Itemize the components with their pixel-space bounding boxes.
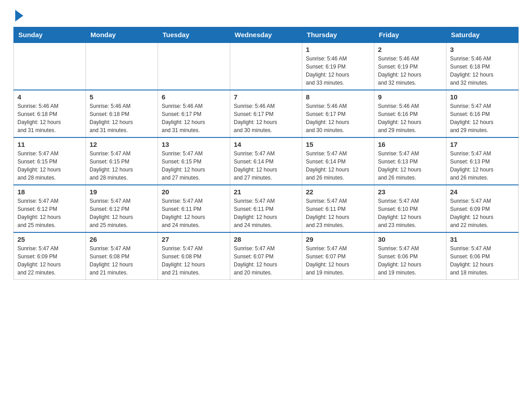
day-number: 14 [234,141,298,148]
day-info: Sunrise: 5:46 AM Sunset: 6:17 PM Dayligh… [162,102,226,134]
day-info: Sunrise: 5:47 AM Sunset: 6:14 PM Dayligh… [234,150,298,182]
day-info: Sunrise: 5:46 AM Sunset: 6:18 PM Dayligh… [90,102,154,134]
day-number: 31 [450,235,515,243]
day-info: Sunrise: 5:47 AM Sunset: 6:16 PM Dayligh… [450,102,515,134]
day-number: 29 [306,235,370,243]
day-number: 15 [306,141,370,148]
calendar-cell: 26Sunrise: 5:47 AM Sunset: 6:08 PM Dayli… [86,232,158,280]
calendar-week-3: 11Sunrise: 5:47 AM Sunset: 6:15 PM Dayli… [14,137,519,185]
calendar-cell: 29Sunrise: 5:47 AM Sunset: 6:07 PM Dayli… [302,232,374,280]
calendar-cell: 6Sunrise: 5:46 AM Sunset: 6:17 PM Daylig… [158,90,230,137]
calendar-cell: 17Sunrise: 5:47 AM Sunset: 6:13 PM Dayli… [446,137,519,185]
day-number: 28 [234,235,298,243]
day-info: Sunrise: 5:47 AM Sunset: 6:11 PM Dayligh… [306,197,370,229]
day-number: 17 [450,141,515,148]
day-number: 21 [234,188,298,196]
weekday-header-wednesday: Wednesday [230,27,302,43]
calendar-cell: 31Sunrise: 5:47 AM Sunset: 6:06 PM Dayli… [446,232,519,280]
day-info: Sunrise: 5:46 AM Sunset: 6:16 PM Dayligh… [378,102,442,134]
calendar-week-1: 1Sunrise: 5:46 AM Sunset: 6:19 PM Daylig… [14,43,519,90]
logo [13,9,24,22]
calendar-cell: 7Sunrise: 5:46 AM Sunset: 6:17 PM Daylig… [230,90,302,137]
day-info: Sunrise: 5:47 AM Sunset: 6:08 PM Dayligh… [90,244,154,277]
calendar-cell: 2Sunrise: 5:46 AM Sunset: 6:19 PM Daylig… [374,43,446,90]
day-number: 20 [162,188,226,196]
day-info: Sunrise: 5:47 AM Sunset: 6:10 PM Dayligh… [378,197,442,229]
svg-marker-0 [15,10,23,21]
calendar-week-2: 4Sunrise: 5:46 AM Sunset: 6:18 PM Daylig… [14,90,519,137]
day-number: 27 [162,235,226,243]
calendar-cell [86,43,158,90]
calendar-table: SundayMondayTuesdayWednesdayThursdayFrid… [13,27,519,280]
page-header [13,9,519,22]
calendar-week-4: 18Sunrise: 5:47 AM Sunset: 6:12 PM Dayli… [14,185,519,232]
day-info: Sunrise: 5:47 AM Sunset: 6:06 PM Dayligh… [450,244,515,277]
day-number: 22 [306,188,370,196]
day-number: 18 [17,188,82,196]
calendar-cell: 14Sunrise: 5:47 AM Sunset: 6:14 PM Dayli… [230,137,302,185]
calendar-cell: 20Sunrise: 5:47 AM Sunset: 6:11 PM Dayli… [158,185,230,232]
day-number: 7 [234,93,298,101]
calendar-cell: 5Sunrise: 5:46 AM Sunset: 6:18 PM Daylig… [86,90,158,137]
logo-arrow-icon [14,9,24,22]
day-number: 11 [17,141,82,148]
day-number: 4 [17,93,82,101]
day-number: 9 [378,93,442,101]
day-info: Sunrise: 5:47 AM Sunset: 6:14 PM Dayligh… [306,150,370,182]
day-number: 26 [90,235,154,243]
day-info: Sunrise: 5:46 AM Sunset: 6:19 PM Dayligh… [378,55,442,87]
calendar-cell: 13Sunrise: 5:47 AM Sunset: 6:15 PM Dayli… [158,137,230,185]
day-info: Sunrise: 5:47 AM Sunset: 6:13 PM Dayligh… [450,150,515,182]
day-info: Sunrise: 5:47 AM Sunset: 6:12 PM Dayligh… [90,197,154,229]
day-number: 1 [306,46,370,53]
weekday-header-sunday: Sunday [14,27,86,43]
day-info: Sunrise: 5:47 AM Sunset: 6:07 PM Dayligh… [234,244,298,277]
day-info: Sunrise: 5:47 AM Sunset: 6:11 PM Dayligh… [234,197,298,229]
day-info: Sunrise: 5:47 AM Sunset: 6:11 PM Dayligh… [162,197,226,229]
weekday-header-monday: Monday [86,27,158,43]
calendar-cell: 18Sunrise: 5:47 AM Sunset: 6:12 PM Dayli… [14,185,86,232]
day-info: Sunrise: 5:46 AM Sunset: 6:17 PM Dayligh… [306,102,370,134]
day-info: Sunrise: 5:46 AM Sunset: 6:19 PM Dayligh… [306,55,370,87]
day-number: 8 [306,93,370,101]
day-info: Sunrise: 5:47 AM Sunset: 6:09 PM Dayligh… [17,244,82,277]
calendar-cell: 4Sunrise: 5:46 AM Sunset: 6:18 PM Daylig… [14,90,86,137]
day-number: 30 [378,235,442,243]
calendar-cell: 30Sunrise: 5:47 AM Sunset: 6:06 PM Dayli… [374,232,446,280]
weekday-header-saturday: Saturday [446,27,519,43]
calendar-cell: 10Sunrise: 5:47 AM Sunset: 6:16 PM Dayli… [446,90,519,137]
calendar-week-5: 25Sunrise: 5:47 AM Sunset: 6:09 PM Dayli… [14,232,519,280]
weekday-header-friday: Friday [374,27,446,43]
calendar-cell: 25Sunrise: 5:47 AM Sunset: 6:09 PM Dayli… [14,232,86,280]
calendar-cell: 28Sunrise: 5:47 AM Sunset: 6:07 PM Dayli… [230,232,302,280]
day-number: 5 [90,93,154,101]
logo-blue-part [14,9,24,22]
day-info: Sunrise: 5:47 AM Sunset: 6:12 PM Dayligh… [17,197,82,229]
day-info: Sunrise: 5:46 AM Sunset: 6:18 PM Dayligh… [450,55,515,87]
day-info: Sunrise: 5:47 AM Sunset: 6:07 PM Dayligh… [306,244,370,277]
day-number: 6 [162,93,226,101]
calendar-cell: 16Sunrise: 5:47 AM Sunset: 6:13 PM Dayli… [374,137,446,185]
calendar-cell: 27Sunrise: 5:47 AM Sunset: 6:08 PM Dayli… [158,232,230,280]
day-number: 10 [450,93,515,101]
calendar-cell: 8Sunrise: 5:46 AM Sunset: 6:17 PM Daylig… [302,90,374,137]
day-info: Sunrise: 5:46 AM Sunset: 6:18 PM Dayligh… [17,102,82,134]
day-number: 2 [378,46,442,53]
day-number: 3 [450,46,515,53]
day-info: Sunrise: 5:47 AM Sunset: 6:09 PM Dayligh… [450,197,515,229]
calendar-cell [230,43,302,90]
day-info: Sunrise: 5:46 AM Sunset: 6:17 PM Dayligh… [234,102,298,134]
day-number: 23 [378,188,442,196]
day-info: Sunrise: 5:47 AM Sunset: 6:15 PM Dayligh… [162,150,226,182]
day-info: Sunrise: 5:47 AM Sunset: 6:13 PM Dayligh… [378,150,442,182]
calendar-cell: 15Sunrise: 5:47 AM Sunset: 6:14 PM Dayli… [302,137,374,185]
weekday-header-tuesday: Tuesday [158,27,230,43]
calendar-cell: 23Sunrise: 5:47 AM Sunset: 6:10 PM Dayli… [374,185,446,232]
day-number: 19 [90,188,154,196]
day-info: Sunrise: 5:47 AM Sunset: 6:15 PM Dayligh… [90,150,154,182]
calendar-cell [14,43,86,90]
weekday-header-row: SundayMondayTuesdayWednesdayThursdayFrid… [14,27,519,43]
calendar-cell: 22Sunrise: 5:47 AM Sunset: 6:11 PM Dayli… [302,185,374,232]
day-info: Sunrise: 5:47 AM Sunset: 6:08 PM Dayligh… [162,244,226,277]
day-info: Sunrise: 5:47 AM Sunset: 6:06 PM Dayligh… [378,244,442,277]
